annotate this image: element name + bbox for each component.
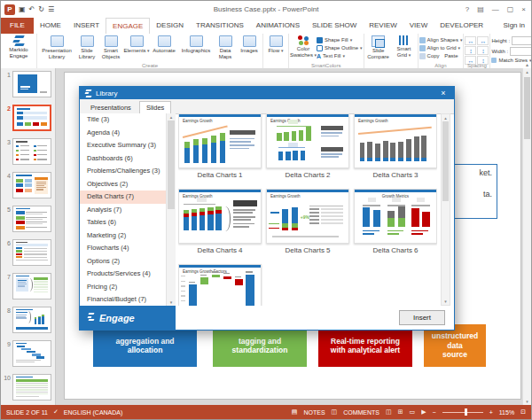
library-category[interactable]: Problems/Challenges (3) <box>80 165 166 178</box>
library-category[interactable]: Agenda (4) <box>80 127 166 140</box>
copy-button[interactable]: Copy <box>427 53 440 58</box>
slide-panel-item-9[interactable]: 9 <box>1 340 55 374</box>
library-slide-thumbnail[interactable]: Earnings Growth Factors <box>178 264 262 306</box>
thumbnail-card[interactable]: Earnings Growth <box>354 113 437 168</box>
slideshow-icon[interactable]: ▶ <box>421 408 426 416</box>
tab-slide-show[interactable]: SLIDE SHOW <box>306 18 363 34</box>
fit-to-window-icon[interactable]: ⊡ <box>520 408 526 416</box>
library-category[interactable]: Marketing (2) <box>80 229 166 243</box>
thumbnail-card[interactable]: Earnings Growth <box>266 113 349 168</box>
collapse-ribbon-icon[interactable]: ▴ <box>526 61 528 67</box>
notes-button[interactable]: NOTES <box>303 409 325 416</box>
slide-compare-button[interactable]: SlideCompare <box>365 35 392 59</box>
comments-button[interactable]: COMMENTS <box>343 409 379 416</box>
scroll-down-icon[interactable]: ▾ <box>167 299 176 305</box>
thumbnail-card[interactable]: Earnings Growth+9% <box>266 189 349 244</box>
slide-panel-item-4[interactable]: 4 <box>1 172 55 206</box>
slide-panel-item-10[interactable]: 10 <box>1 374 55 405</box>
ribbon-button-data-maps[interactable]: DataMaps <box>214 35 237 59</box>
color-swatches-button[interactable]: ColorSwatches ▾ <box>290 35 317 58</box>
scroll-up-icon[interactable]: ▴ <box>523 69 531 74</box>
library-slide-thumbnail[interactable]: Earnings GrowthDelta Charts 4 <box>178 189 262 254</box>
slide-miniature[interactable] <box>12 105 51 131</box>
save-icon[interactable]: ▣ <box>19 4 26 15</box>
thumbnail-card[interactable]: Earnings Growth <box>178 113 262 168</box>
slide-miniature[interactable] <box>12 307 51 333</box>
library-category[interactable]: Products/Services (4) <box>80 268 166 281</box>
zoom-out-icon[interactable]: − <box>433 409 436 416</box>
ribbon-button-images[interactable]: Images <box>237 35 262 59</box>
tab-insert[interactable]: INSERT <box>67 18 106 34</box>
scroll-down-icon[interactable]: ▾ <box>442 299 450 304</box>
thumbnail-card[interactable]: Earnings Growth <box>178 189 262 244</box>
qat-menu-icon[interactable]: ☰ <box>48 4 54 15</box>
height-input[interactable] <box>512 36 532 45</box>
library-category[interactable]: Options (2) <box>80 255 166 268</box>
ribbon-button-slide-library[interactable]: SlideLibrary <box>75 35 98 59</box>
close-icon[interactable]: × <box>521 5 526 13</box>
ribbon-button-elements[interactable]: Elements ▾ <box>123 35 150 59</box>
vertical-scrollbar[interactable]: ▴ ▾ <box>522 68 531 405</box>
library-category[interactable]: Objectives (2) <box>80 178 166 191</box>
slide-panel-item-1[interactable]: 1 <box>1 71 55 105</box>
spacing-button[interactable]: ↔ <box>477 36 489 45</box>
tab-design[interactable]: DESIGN <box>150 18 190 34</box>
slide-panel-item-7[interactable]: 7 <box>1 273 55 307</box>
slide-panel-item-8[interactable]: 8 <box>1 307 55 340</box>
thumbnail-card[interactable]: Earnings Growth Factors <box>178 264 262 306</box>
flow-button[interactable]: Flow ▾ <box>264 35 287 54</box>
width-input[interactable] <box>510 47 532 56</box>
slide-sorter-icon[interactable]: ⊞ <box>398 408 403 416</box>
tab-home[interactable]: HOME <box>34 18 67 34</box>
library-category[interactable]: Financial/Budget (7) <box>80 293 166 306</box>
tab-developer[interactable]: DEVELOPER <box>434 18 489 34</box>
minimize-icon[interactable]: — <box>492 5 499 13</box>
slide-content-box[interactable]: Real-time reportingwith analytical alert <box>318 324 412 367</box>
markido-engage-button[interactable]: MarkidoEngage <box>2 35 35 58</box>
sign-in-link[interactable]: Sign in <box>504 18 531 34</box>
zoom-slider-thumb[interactable] <box>465 408 467 416</box>
tab-animations[interactable]: ANIMATIONS <box>250 18 306 34</box>
scroll-down-icon[interactable]: ▾ <box>523 399 531 404</box>
ribbon-button-infographics[interactable]: Infographics <box>178 35 214 59</box>
ribbon-options-icon[interactable]: ▤ <box>477 5 484 13</box>
slide-panel-item-2[interactable]: 2 <box>1 105 55 138</box>
slide-miniature[interactable] <box>12 138 51 165</box>
tab-view[interactable]: VIEW <box>403 18 434 34</box>
dialog-close-icon[interactable]: × <box>437 89 450 97</box>
ribbon-button-smart-objects[interactable]: SmartObjects <box>98 35 123 59</box>
tab-review[interactable]: REVIEW <box>363 18 403 34</box>
restore-icon[interactable]: ▢ <box>507 5 514 13</box>
library-category[interactable]: Dashboards (6) <box>80 152 166 166</box>
grid-scrollbar[interactable]: ▴ ▾ <box>441 113 450 306</box>
align-shapes-button[interactable]: Align Shapes▾ <box>419 36 463 43</box>
tab-engage[interactable]: ENGAGE <box>106 18 150 34</box>
library-slide-thumbnail[interactable]: Earnings GrowthDelta Charts 2 <box>266 113 349 179</box>
smart-grid-button[interactable]: SmartGrid ▾ <box>392 35 417 58</box>
slide-miniature[interactable] <box>12 71 51 97</box>
slide-miniature[interactable] <box>12 239 51 266</box>
scroll-up-icon[interactable]: ▴ <box>167 114 176 120</box>
spacing-button[interactable]: ↔ <box>465 36 476 45</box>
scrollbar-thumb[interactable] <box>442 121 449 201</box>
language-label[interactable]: ENGLISH (CANADA) <box>64 409 123 416</box>
slide-content-box[interactable]: unstructured datasource <box>424 324 486 367</box>
zoom-in-icon[interactable]: + <box>489 409 493 416</box>
powerpoint-logo-icon[interactable]: P <box>4 4 15 15</box>
library-category[interactable]: Executive Summary (3) <box>80 139 166 152</box>
dialog-title-bar[interactable]: Library × <box>80 87 454 99</box>
spacing-button[interactable]: ↕ <box>465 46 476 55</box>
library-slide-thumbnail[interactable]: Growth MetricsDelta Charts 6 <box>354 189 437 254</box>
shape-fill-button[interactable]: Shape Fill▾ <box>317 36 363 43</box>
text-fill-button[interactable]: AText Fill▾ <box>317 52 363 59</box>
scrollbar-thumb[interactable] <box>524 77 530 139</box>
thumbnail-card[interactable]: Growth Metrics <box>354 189 437 244</box>
ribbon-button-automate[interactable]: Automate <box>150 35 178 59</box>
library-category[interactable]: Flowcharts (4) <box>80 242 166 255</box>
slide-miniature[interactable] <box>12 273 51 299</box>
tab-file[interactable]: FILE <box>1 18 34 34</box>
category-list-scrollbar[interactable]: ▴ ▾ <box>166 113 176 306</box>
library-category[interactable]: Tables (6) <box>80 216 166 229</box>
shape-outline-button[interactable]: Shape Outline▾ <box>317 44 363 51</box>
library-slide-thumbnail[interactable]: Earnings GrowthDelta Charts 3 <box>354 113 437 179</box>
